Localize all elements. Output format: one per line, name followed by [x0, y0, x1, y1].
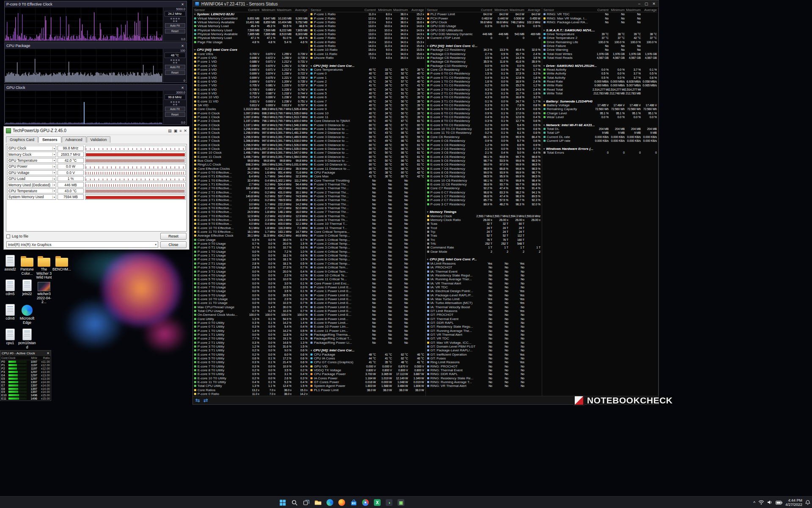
sensor-row[interactable]: E-core 5 Clock1,296.9 MHz997.6 MHz3,391.… [194, 131, 307, 135]
sensor-row[interactable]: E-core 9 Ratio14.0 x11.0 x34.0 x15.4 x [310, 44, 424, 48]
sensor-row[interactable]: E-core 10 VID0.714 V0.690 V1.238 V0.748 … [194, 95, 307, 99]
sensor-row[interactable]: Package C10 Residency0.0 %0.0 %0.0 %0.0 … [427, 64, 540, 67]
sensor-row[interactable]: E-core 7 Critical Temp...NoNoNo [310, 262, 424, 265]
sensor-row[interactable]: Core Temperatures40 °C33 °C60 °C39 °C [310, 68, 424, 72]
file-explorer-icon[interactable] [313, 497, 323, 508]
sensor-row[interactable]: P-core 1 VID0.688 V0.671 V1.212 V0.731 V [194, 60, 307, 64]
sensor-row[interactable]: P-core 1 C6 Residency1.2 %0.0 %6.6 %0.9 … [427, 143, 540, 146]
reset-button[interactable]: Reset [160, 233, 187, 240]
sensor-row[interactable]: E-core 7 T0 Utility0.3 %0.0 %10.9 %0.4 % [194, 364, 307, 368]
sensor-row[interactable]: E-core 4 Critical Temp...NoNoNo [310, 250, 424, 254]
sensor-row[interactable]: P-core 3 T1 Usage0.0 %0.0 %20.0 %0.4 % [194, 269, 307, 273]
sensor-select[interactable]: Memory Used (Dedicated)▾ [7, 182, 56, 188]
sensor-row[interactable]: VDDQ TX Voltage0.800 V0.800 V0.800 V0.80… [310, 368, 424, 372]
sensor-row[interactable]: PCH Power0.463 W0.440 W0.506 W0.455 W [427, 16, 540, 20]
sensor-row[interactable]: E-core 4 T0 Usage0.0 %0.0 %2.3 %0.2 % [194, 273, 307, 277]
store-icon[interactable] [348, 497, 359, 508]
task-view-icon[interactable] [301, 497, 311, 508]
sensor-row[interactable]: SA VID0.813 V0.693 V0.813 V0.797 V [194, 103, 307, 107]
sensor-row[interactable]: P-core 0 T1 Usage0.7 %0.0 %10.7 %0.6 % [194, 246, 307, 249]
search-icon[interactable] [289, 497, 299, 508]
sensor-row[interactable]: P-core 0 T1 C0 Residency0.4 %0.1 %12.8 %… [427, 76, 540, 80]
sensor-row[interactable]: RING: PROCHOTNoNoNo [427, 364, 540, 368]
sensor-row[interactable]: E-core 4 Power Limit E...NoNoNo [310, 301, 424, 305]
sensor-row[interactable]: P-core 1 T1 C0 Residency0.2 %0.0 %15.2 %… [427, 83, 540, 87]
sensor-row[interactable]: P-core 0 T0 Usage0.7 %0.0 %20.0 %1.5 % [194, 242, 307, 246]
sensor-row[interactable]: E-core 6 Thermal Thr...NoNoNo [310, 206, 424, 210]
sensor-row[interactable]: E-core 5 C6 Residency98.7 %53.5 %99.6 %9… [427, 159, 540, 163]
sensor-row[interactable]: E-core 11 Distance to ...60 °C50 °C66 °C… [310, 166, 424, 170]
sensor-row[interactable]: E-core 11 Clock1,496.7 MHz897.8 MHz3,391… [194, 155, 307, 158]
sensor-row[interactable]: E-core 10 Thermal T...NoNoNo [310, 222, 424, 226]
sensor-row[interactable]: E-core 10 T0 Effective...5.1 MHz1.8 MHz1… [194, 226, 307, 230]
hwinfo-icon[interactable]: ◑ [384, 497, 394, 508]
sensor-row[interactable]: E-core 4 T0 C0 Residency0.3 %0.1 %7.8 %0… [427, 103, 540, 107]
excel-icon[interactable]: X [372, 497, 382, 508]
sensor-row[interactable]: GT: VR Thermal AlertNoNoNo [427, 333, 540, 337]
tab-sensors[interactable]: Sensors [38, 136, 61, 143]
sensor-row[interactable]: Total CPU Usage0.7 %0.2 %10.3 %0.7 % [194, 309, 307, 313]
sensor-row[interactable]: Average Effective Clock39.1 MHz31.5 MHz4… [194, 234, 307, 237]
sensor-row[interactable]: Core Critical Tempera...NoNoNo [310, 230, 424, 234]
sensor-row[interactable]: Trfc252 T252 T548 T [427, 242, 540, 246]
sensor-row[interactable]: RING: DDR RAPLNoNoNo [427, 372, 540, 376]
sensor-row[interactable]: P-core 3 Critical Temp...NoNoNo [310, 246, 424, 249]
sensor-section-row[interactable]: ▾CPU [#0]: Intel Core Cor... [310, 64, 424, 67]
sensor-section-row[interactable]: ▾CPU [#0]: Intel Core Core: C... [427, 44, 540, 48]
sensor-row[interactable]: E-core 640 °C34 °C50 °C39 °C [310, 95, 424, 99]
sensor-row[interactable]: GT Limit ReasonsNoNoYes [427, 309, 540, 313]
sensor-row[interactable]: E-core 11 T0 Utility0.4 %0.1 %5.3 %0.4 % [194, 380, 307, 384]
tray-expand-icon[interactable]: ^ [753, 501, 755, 505]
sensor-row[interactable]: E-core 7 Power Limit E...NoNoNo [310, 313, 424, 317]
sensor-row[interactable]: E-core 9 Thermal Th...NoNoNo [310, 218, 424, 222]
sensor-row[interactable]: P-core 2 T1 Effective...7.4 MHz0.2 MHz43… [194, 190, 307, 194]
sensor-row[interactable]: P-core 2 Clock1,197.1 MHz798.1 MHz3,790.… [194, 119, 307, 123]
camera-icon[interactable]: ▣ [174, 129, 178, 133]
sensor-row[interactable]: Wear Level0.0 %0.0 %0.0 %0.0 % [543, 115, 657, 119]
sensor-row[interactable]: P-core 3 T1 Effective...2.2 MHz0.2 MHz76… [194, 198, 307, 202]
sensor-row[interactable]: Trcd24 T24 T24 T [427, 226, 540, 230]
sensor-row[interactable]: P-core 2 Critical Temp...NoNoNo [310, 242, 424, 246]
sensor-row[interactable]: P-core 3 Distance to ...59 °C43 °C66 °C5… [310, 135, 424, 139]
collapse-icon[interactable]: ▾ [310, 348, 312, 352]
sensor-row[interactable]: GPU VID0.000 V0.000 V0.870 V0.000 V [310, 364, 424, 368]
sensor-row[interactable]: GT: Running Average The...NoNoNo [427, 329, 540, 333]
sensor-row[interactable]: P-core 2 Ratio12.0 x8.0 x38.0 x16.2 x [310, 16, 424, 20]
desktop-icon-pcm10stand[interactable]: pcm10stand [18, 328, 36, 349]
sensor-row[interactable]: P-core 2 T0 Utility7.7 %0.0 %19.1 %3.1 % [194, 337, 307, 340]
collapse-icon[interactable]: ▾ [543, 28, 545, 32]
sensor-row[interactable]: P-core 3 T1 Utility0.2 %0.0 %9.0 %0.6 % [194, 348, 307, 352]
sensor-row[interactable]: P-core 0 Thermal Thr...NoNoNo [310, 182, 424, 186]
sensor-row[interactable]: E-core 6 Distance to ...60 °C50 °C66 °C6… [310, 147, 424, 151]
reset-button[interactable]: Reset [165, 112, 185, 117]
graph-window-titlebar[interactable]: CPU Package✕ [5, 43, 187, 49]
gpu-z-icon[interactable]: ▣ [396, 497, 406, 508]
close-icon[interactable]: ✕ [652, 2, 656, 6]
sensor-row[interactable]: P-core 0 T1 Utility0.3 %0.0 %5.4 %0.4 % [194, 325, 307, 329]
sensor-row[interactable]: Current DL rate0.000 KB/s0.000 KB/s0.000… [543, 135, 657, 139]
sensor-row[interactable]: P-core 341 °C34 °C57 °C41 °C [310, 83, 424, 87]
desktop-icon-witcher3-2022-04-2-[interactable]: witcher3 2022-04-2... [35, 279, 53, 304]
sensor-row[interactable]: Bus Clock99.8 MHz99.8 MHz99.8 MHz99.8 MH… [194, 159, 307, 163]
sensor-row[interactable]: Core Utility1.3 %0.1 %54.9 %1.5 % [194, 317, 307, 320]
sensor-row[interactable]: E-core 6 T0 Effective...24.5 MHz1.8 MHz1… [194, 210, 307, 214]
sensor-row[interactable]: E-core 6 Critical Temp...NoNoNo [310, 257, 424, 261]
desktop-icon-the-witcher-3-wild-hunt[interactable]: The Witcher 3 Wild Hunt [35, 254, 53, 280]
sensor-row[interactable]: P-core 1 T1 Utility0.0 %0.0 %11.8 %0.2 % [194, 333, 307, 337]
sensor-row[interactable]: Tcas32 T32 T60 T [427, 222, 540, 226]
sensor-row[interactable]: P-core 3 T0 Effective...140.8 MHz0.2 MHz… [194, 194, 307, 198]
sensor-row[interactable]: E-core 7 Clock1,396.8 MHz997.6 MHz3,391.… [194, 139, 307, 143]
sensor-row[interactable]: Total Errors0000 [543, 151, 657, 155]
gpuz-titlebar[interactable]: TechPowerUp GPU-Z 2.45.0 ▤ ▣ ≡ ✕ [4, 127, 189, 135]
sensor-select[interactable]: GPU Temperature▾ [7, 158, 56, 163]
tab-validation[interactable]: Validation [87, 136, 111, 143]
sensor-row[interactable]: GPU D3D Usage0.3 %0.0 %8.8 %0.9 % [427, 24, 540, 28]
sensor-row[interactable]: GT: FusesNoNoNo [427, 356, 540, 360]
close-icon[interactable]: ✕ [47, 351, 49, 355]
sensor-row[interactable]: P-core 1 T0 C0 Residency1.6 %0.0 %16.9 %… [427, 80, 540, 83]
sensor-row[interactable]: E-core 8 Thermal Th...NoNoNo [310, 214, 424, 218]
sensor-row[interactable]: P-core 1 Clock1,097.3 MHz798.0 MHz3,790.… [194, 115, 307, 119]
sensor-row[interactable]: P-core 0 Clock1,097.3 MHz698.3 MHz3,790.… [194, 111, 307, 115]
sensor-row[interactable]: E-core 9 Distance to ...60 °C50 °C66 °C6… [310, 159, 424, 163]
sensor-row[interactable]: Current UP rate0.000 KB/s0.000 KB/s0.000… [543, 139, 657, 143]
